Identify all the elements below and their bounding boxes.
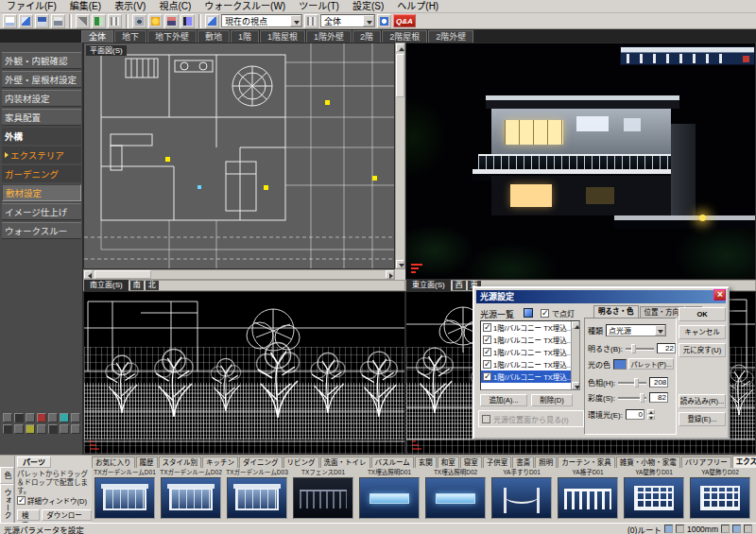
scroll-up-icon[interactable] xyxy=(572,321,579,329)
tool-icon[interactable] xyxy=(14,424,24,434)
viewpoint-select[interactable]: 現在の視点 xyxy=(221,14,302,27)
download-button[interactable]: ダウンロード xyxy=(42,509,92,521)
checkbox-checked-icon[interactable] xyxy=(483,360,491,369)
floor-tab-2f[interactable]: 2階 xyxy=(352,30,381,43)
sidebar-item-gardening[interactable]: ガーデニング xyxy=(2,165,81,182)
part-item[interactable]: YA壁飾りD02 xyxy=(687,468,753,524)
walk-tab[interactable]: ウォーク xyxy=(0,484,14,524)
save-icon[interactable] xyxy=(35,14,49,28)
menu-walkthrough[interactable]: ウォークスルー(W) xyxy=(198,0,292,13)
slider-thumb[interactable] xyxy=(640,393,644,403)
render-viewport[interactable] xyxy=(405,43,756,280)
grid-toggle-icon[interactable] xyxy=(721,525,730,533)
close-icon[interactable] xyxy=(713,289,726,301)
slider-thumb[interactable] xyxy=(631,344,636,353)
floor-tab-site[interactable]: 敷地 xyxy=(198,30,230,43)
tool-icon[interactable] xyxy=(37,424,46,434)
light-list-item[interactable]: 1階/バルコニー TX埋込.. xyxy=(481,334,579,346)
scroll-up-icon[interactable] xyxy=(396,43,404,52)
menu-viewpoint[interactable]: 視点(C) xyxy=(152,0,198,13)
part-thumbnail[interactable] xyxy=(161,477,221,519)
light-list-item-selected[interactable]: 1階/バルコニー TX埋込.. xyxy=(481,370,579,383)
dialog-title-bar[interactable]: 光源設定 xyxy=(476,290,726,303)
direction-north-button[interactable]: 北 xyxy=(146,281,159,290)
load-button[interactable]: 読み込み(R)... xyxy=(679,394,726,408)
scrollbar-thumb[interactable] xyxy=(94,270,151,279)
open-file-icon[interactable] xyxy=(19,14,33,28)
new-file-icon[interactable] xyxy=(3,14,17,28)
brightness-slider[interactable] xyxy=(626,344,654,353)
checkbox-checked-icon[interactable] xyxy=(483,372,491,381)
palette-button[interactable]: パレット(P)... xyxy=(628,358,674,370)
search-button[interactable]: 検索 xyxy=(17,509,40,521)
tool-icon[interactable] xyxy=(14,413,24,422)
cat-tab-dining[interactable]: ダイニング xyxy=(239,456,283,468)
checkbox-checked-icon[interactable] xyxy=(483,348,491,356)
cat-tab-goods[interactable]: 雑貨・小物・家電 xyxy=(616,456,680,468)
part-item[interactable]: TXフェンスD01 xyxy=(290,468,356,524)
tool-icon[interactable] xyxy=(3,424,12,434)
view-from-light-checkbox[interactable]: 光源位置面から見る(I) xyxy=(478,410,584,427)
menu-view[interactable]: 表示(V) xyxy=(108,0,152,13)
part-item[interactable]: YA壁飾りD01 xyxy=(621,468,687,524)
cat-tab-style[interactable]: スタイル別 xyxy=(159,456,202,468)
sidebar-item-walkthrough[interactable]: ウォークスルー xyxy=(2,222,81,239)
cat-tab-entrance[interactable]: 玄関 xyxy=(415,456,437,468)
cat-tab-study[interactable]: 書斎 xyxy=(512,456,534,468)
sunlight-icon[interactable] xyxy=(148,14,163,28)
floor-tab-1f-wall[interactable]: 1階外壁 xyxy=(306,30,352,43)
light-list-item[interactable]: 1階/バルコニー TX埋込.. xyxy=(481,321,579,334)
plan-viewport[interactable]: 平面図(S) xyxy=(83,43,395,269)
detail-window-checkbox[interactable]: 詳細ウィンドウ(D) xyxy=(17,495,87,506)
part-thumbnail[interactable] xyxy=(227,477,287,519)
cat-tab-bathroom[interactable]: バスルーム xyxy=(371,456,414,468)
light-type-select[interactable]: 点光源 xyxy=(606,324,666,336)
scope-select[interactable]: 全体 xyxy=(320,14,375,27)
display-range-icon[interactable] xyxy=(304,14,318,28)
add-light-button[interactable]: 追加(A)... xyxy=(480,394,527,406)
lit-toggle[interactable]: で点灯 xyxy=(541,308,575,319)
floor-tab-basement[interactable]: 地下 xyxy=(114,30,146,43)
snap-icon[interactable] xyxy=(676,525,684,533)
stepper-up-icon[interactable] xyxy=(647,409,655,414)
cancel-button[interactable]: キャンセル xyxy=(679,325,726,339)
color-tab[interactable]: 色 xyxy=(0,467,14,484)
menu-edit[interactable]: 編集(E) xyxy=(63,0,108,13)
route-icon[interactable] xyxy=(664,525,673,533)
floor-tab-2f-roof[interactable]: 2階屋根 xyxy=(382,30,427,43)
cat-tab-lighting[interactable]: 照明 xyxy=(535,456,557,468)
checkbox-icon[interactable] xyxy=(482,415,490,423)
light-list-item[interactable]: 1階/バルコニー TX埋込.. xyxy=(481,358,579,370)
tool-icon[interactable] xyxy=(48,413,58,422)
cat-tab-history[interactable]: 履歴 xyxy=(136,456,158,468)
checkbox-checked-icon[interactable] xyxy=(483,336,491,344)
sidebar-item-paving[interactable]: 敷材設定 xyxy=(2,184,81,201)
part-thumbnail[interactable] xyxy=(690,477,750,519)
sidebar-item-wall-roof[interactable]: 外壁・屋根材設定 xyxy=(2,71,81,88)
plan-horizontal-scrollbar[interactable] xyxy=(83,269,395,280)
plan-vertical-scrollbar[interactable] xyxy=(395,43,405,269)
cut-icon[interactable] xyxy=(76,14,90,28)
part-item[interactable]: TX埋込照明D01 xyxy=(356,468,422,524)
walkthrough-icon[interactable] xyxy=(164,14,179,28)
viewpoint-save-icon[interactable] xyxy=(205,14,219,28)
cat-tab-barrier-free[interactable]: バリアフリー xyxy=(681,456,731,468)
part-thumbnail[interactable] xyxy=(624,477,684,519)
tool-icon[interactable] xyxy=(60,424,69,434)
cat-tab-favorites[interactable]: お気に入り xyxy=(92,456,135,468)
scroll-down-icon[interactable] xyxy=(396,260,404,268)
checkbox-checked-icon[interactable] xyxy=(483,323,491,332)
cat-tab-living[interactable]: リビング xyxy=(284,456,319,468)
menu-help[interactable]: ヘルプ(H) xyxy=(390,0,445,13)
floor-tab-1f[interactable]: 1階 xyxy=(231,30,259,43)
movie-icon[interactable] xyxy=(180,14,195,28)
delete-light-button[interactable]: 削除(D) xyxy=(531,394,573,406)
light-source-list[interactable]: 1階/バルコニー TX埋込.. 1階/バルコニー TX埋込.. 1階/バルコニー… xyxy=(480,320,580,390)
layer-icon[interactable] xyxy=(732,525,741,533)
ambient-stepper[interactable] xyxy=(647,409,655,420)
help-icon[interactable] xyxy=(377,14,391,28)
list-scrollbar[interactable] xyxy=(571,321,579,389)
part-item[interactable]: YA格子D01 xyxy=(555,468,621,524)
tab-brightness-color[interactable]: 明るさ・色 xyxy=(593,305,639,319)
menu-tools[interactable]: ツール(T) xyxy=(292,0,346,13)
